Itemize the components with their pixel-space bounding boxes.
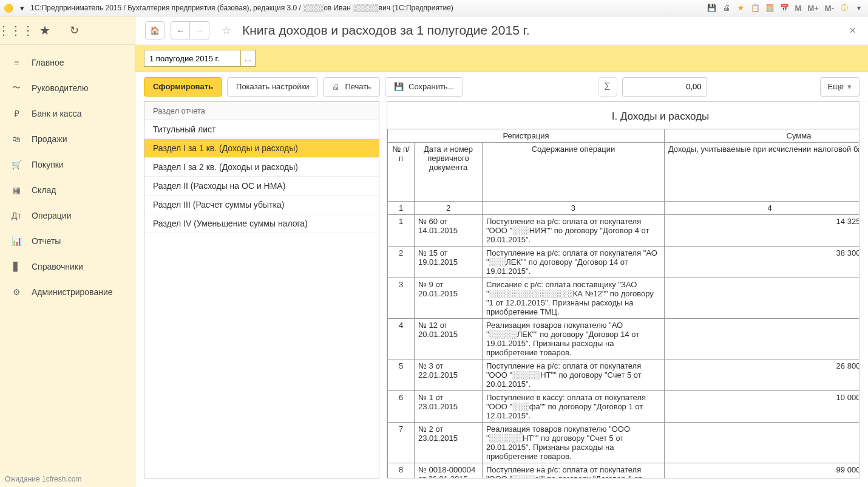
table-row[interactable]: 3№ 9 от 20.01.2015Списание с р/с: оплата… — [388, 278, 860, 319]
sidebar-item-2[interactable]: ₽Банк и касса — [0, 101, 135, 126]
report-title: I. Доходы и расходы — [387, 102, 860, 129]
sidebar-item-label: Справочники — [32, 262, 83, 271]
status-bar: Ожидание 1cfresh.com — [0, 474, 86, 487]
save-button[interactable]: 💾Сохранить... — [385, 77, 463, 97]
sum-input[interactable] — [622, 77, 707, 97]
col-number: № п/п — [388, 143, 415, 202]
history-icon[interactable]: ↻ — [67, 23, 81, 38]
sidebar-item-label: Склад — [32, 185, 56, 195]
disk-icon: 💾 — [394, 82, 404, 91]
period-picker-button[interactable]: ... — [241, 50, 256, 67]
home-button[interactable]: 🏠 — [145, 21, 164, 39]
sidebar-icon: 🛍 — [11, 134, 22, 144]
col-income: Доходы, учитываемые при исчислении налог… — [664, 143, 860, 202]
clipboard-icon[interactable]: 📋 — [750, 2, 761, 13]
period-bar: ... — [135, 45, 868, 72]
sidebar-icon: ⚙ — [11, 287, 22, 297]
section-item-1[interactable]: Раздел I за 1 кв. (Доходы и расходы) — [144, 139, 379, 158]
sidebar-icon: 🛒 — [11, 160, 22, 169]
table-row[interactable]: 2№ 15 от 19.01.2015Поступление на р/с: о… — [388, 247, 860, 278]
favorites-icon[interactable]: ★ — [38, 23, 52, 38]
forward-button[interactable]: → — [190, 21, 209, 39]
sidebar-icon: Дт — [11, 211, 22, 220]
more-button[interactable]: Еще▾ — [820, 77, 860, 97]
save-icon[interactable]: 💾 — [707, 2, 717, 13]
show-settings-button[interactable]: Показать настройки — [227, 77, 318, 97]
favorite-star-icon[interactable]: ☆ — [219, 23, 234, 38]
apps-icon[interactable]: ⋮⋮⋮ — [8, 23, 23, 38]
generate-button[interactable]: Сформировать — [144, 77, 222, 97]
sections-panel: Раздел отчета Титульный листРаздел I за … — [144, 101, 379, 478]
section-item-5[interactable]: Раздел IV (Уменьшение суммы налога) — [144, 214, 379, 233]
sidebar-item-3[interactable]: 🛍Продажи — [0, 126, 135, 152]
sidebar: ⋮⋮⋮ ★ ↻ ≡Главное〜Руководителю₽Банк и кас… — [0, 16, 135, 487]
back-button[interactable]: ← — [171, 21, 190, 39]
table-row[interactable]: 6№ 1 от 23.01.2015Поступление в кассу: о… — [388, 391, 860, 423]
col-group-registration: Регистрация — [388, 129, 665, 143]
sidebar-item-label: Продажи — [32, 134, 67, 144]
sidebar-item-label: Операции — [32, 211, 72, 220]
sidebar-item-1[interactable]: 〜Руководителю — [0, 75, 135, 101]
report-panel[interactable]: I. Доходы и расходы Регистрация Сумма № … — [387, 101, 860, 478]
print-icon[interactable]: 🖨 — [721, 2, 732, 13]
calendar-icon[interactable]: 📅 — [779, 2, 790, 13]
page-title: Книга доходов и расходов за 1 полугодие … — [242, 23, 841, 38]
section-item-3[interactable]: Раздел II (Расходы на ОС и НМА) — [144, 177, 379, 196]
sidebar-item-9[interactable]: ⚙Администрирование — [0, 279, 135, 305]
table-row[interactable]: 4№ 12 от 20.01.2015Реализация товаров по… — [388, 319, 860, 359]
sidebar-item-8[interactable]: ▋Справочники — [0, 254, 135, 279]
table-row[interactable]: 8№ 0018-000004 от 26.01.2015Поступление … — [388, 463, 860, 479]
col-date: Дата и номер первичного документа — [415, 143, 483, 202]
sidebar-icon: ▦ — [11, 185, 22, 195]
help-dropdown-icon[interactable]: ▾ — [853, 2, 864, 13]
sections-header: Раздел отчета — [144, 102, 379, 120]
period-input[interactable] — [144, 50, 241, 67]
table-row[interactable]: 1№ 60 от 14.01.2015Поступление на р/с: о… — [388, 215, 860, 247]
calc-icon[interactable]: 🧮 — [765, 2, 776, 13]
table-row[interactable]: 7№ 2 от 23.01.2015Реализация товаров пок… — [388, 423, 860, 463]
col-description: Содержание операции — [483, 143, 665, 202]
col-group-sum: Сумма — [664, 129, 860, 143]
sidebar-icon: ₽ — [11, 109, 22, 118]
sidebar-item-0[interactable]: ≡Главное — [0, 50, 135, 75]
section-item-4[interactable]: Раздел III (Расчет суммы убытка) — [144, 196, 379, 214]
sigma-button[interactable]: Σ — [598, 77, 617, 97]
memory-m-button[interactable]: M — [794, 4, 803, 13]
close-button[interactable]: × — [847, 22, 858, 39]
toolbar: Сформировать Показать настройки 🖨Печать … — [135, 72, 868, 101]
report-table: Регистрация Сумма № п/п Дата и номер пер… — [387, 129, 860, 478]
window-title: 1С:Предприниматель 2015 / Бухгалтерия пр… — [30, 4, 453, 12]
print-button[interactable]: 🖨Печать — [323, 77, 380, 97]
sidebar-item-label: Покупки — [32, 160, 64, 169]
sidebar-icon: ≡ — [11, 58, 22, 67]
sidebar-item-7[interactable]: 📊Отчеты — [0, 228, 135, 254]
help-icon[interactable]: ⓘ — [839, 2, 850, 13]
section-item-2[interactable]: Раздел I за 2 кв. (Доходы и расходы) — [144, 158, 379, 177]
memory-mminus-button[interactable]: M- — [824, 4, 835, 13]
sidebar-item-label: Администрирование — [32, 287, 113, 297]
sidebar-item-5[interactable]: ▦Склад — [0, 177, 135, 203]
memory-mplus-button[interactable]: M+ — [806, 4, 819, 13]
sidebar-item-label: Банк и касса — [32, 109, 81, 118]
titlebar: 🟡 ▾ 1С:Предприниматель 2015 / Бухгалтери… — [0, 0, 868, 16]
sidebar-item-4[interactable]: 🛒Покупки — [0, 152, 135, 177]
table-row[interactable]: 5№ 3 от 22.01.2015Поступление на р/с: оп… — [388, 359, 860, 391]
sidebar-item-label: Отчеты — [32, 236, 61, 246]
page-header: 🏠 ← → ☆ Книга доходов и расходов за 1 по… — [135, 16, 868, 45]
sidebar-icon: ▋ — [11, 262, 22, 271]
sidebar-item-label: Руководителю — [32, 83, 88, 93]
chevron-down-icon: ▾ — [847, 82, 852, 91]
sidebar-icon: 📊 — [11, 236, 22, 246]
sidebar-icon: 〜 — [11, 83, 22, 94]
app-icon: 🟡 — [4, 3, 13, 13]
star-icon[interactable]: ★ — [736, 2, 747, 13]
sidebar-item-6[interactable]: ДтОперации — [0, 203, 135, 228]
section-item-0[interactable]: Титульный лист — [144, 120, 379, 139]
dropdown-icon[interactable]: ▾ — [17, 3, 27, 13]
sidebar-item-label: Главное — [32, 58, 64, 67]
printer-icon: 🖨 — [332, 82, 340, 91]
